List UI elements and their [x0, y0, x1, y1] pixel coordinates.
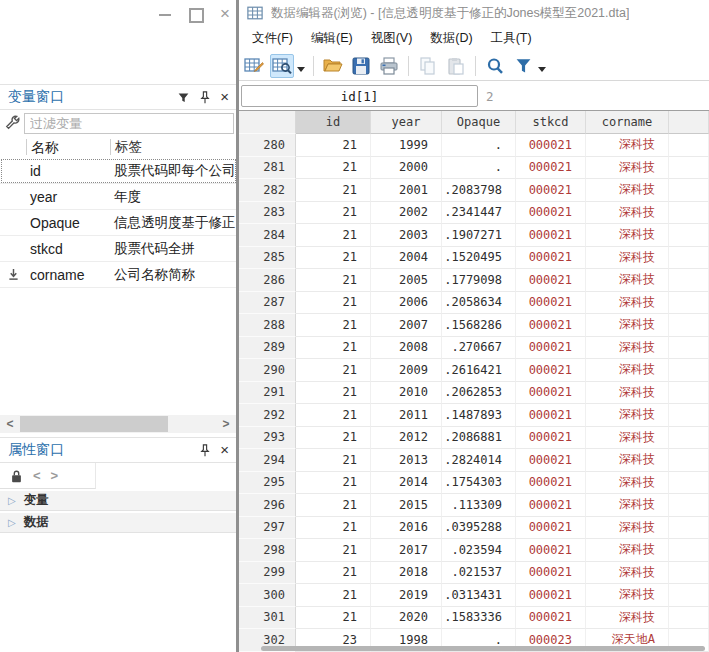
cell-corname[interactable]: 深科技 — [586, 179, 669, 202]
pin-icon[interactable] — [199, 444, 211, 457]
cell-id[interactable]: 21 — [296, 517, 371, 540]
cell-opaque[interactable]: .113309 — [442, 494, 516, 517]
cell-year[interactable]: 2006 — [371, 292, 442, 315]
cell-year[interactable]: 2010 — [371, 382, 442, 405]
column-header-year[interactable]: year — [371, 111, 442, 134]
properties-item-0[interactable]: ▷变量 — [0, 491, 237, 511]
cell-stkcd[interactable]: 000021 — [516, 404, 586, 427]
variable-row-stkcd[interactable]: stkcd股票代码全拼 — [0, 236, 237, 262]
cell-corname[interactable]: 深科技 — [586, 584, 669, 607]
cell-year[interactable]: 2009 — [371, 359, 442, 382]
cell-corname[interactable]: 深科技 — [586, 472, 669, 495]
cell-id[interactable]: 21 — [296, 224, 371, 247]
cell-year[interactable]: 2005 — [371, 269, 442, 292]
row-number[interactable]: 300 — [239, 584, 296, 607]
close-panel-icon[interactable]: × — [220, 443, 229, 457]
cell-corname[interactable]: 深科技 — [586, 449, 669, 472]
properties-item-1[interactable]: ▷数据 — [0, 513, 237, 533]
cell-stkcd[interactable]: 000021 — [516, 359, 586, 382]
cell-id[interactable]: 21 — [296, 427, 371, 450]
row-number[interactable]: 292 — [239, 404, 296, 427]
cell-corname[interactable]: 深科技 — [586, 337, 669, 360]
cell-stkcd[interactable]: 000021 — [516, 449, 586, 472]
lock-icon[interactable] — [10, 469, 23, 483]
cell-id[interactable]: 21 — [296, 472, 371, 495]
cell-stkcd[interactable]: 000021 — [516, 247, 586, 270]
cell-opaque[interactable]: .2616421 — [442, 359, 516, 382]
menu-view[interactable]: 视图(V) — [362, 26, 422, 51]
cell-stkcd[interactable]: 000021 — [516, 157, 586, 180]
cell-year[interactable]: 2013 — [371, 449, 442, 472]
find-icon[interactable] — [483, 54, 507, 78]
cell-id[interactable]: 21 — [296, 337, 371, 360]
cell-corname[interactable]: 深科技 — [586, 427, 669, 450]
cell-opaque[interactable]: .1520495 — [442, 247, 516, 270]
save-icon[interactable] — [349, 54, 373, 78]
cell-stkcd[interactable]: 000021 — [516, 517, 586, 540]
cell-id[interactable]: 21 — [296, 404, 371, 427]
cell-stkcd[interactable]: 000021 — [516, 134, 586, 157]
cell-opaque[interactable]: .1754303 — [442, 472, 516, 495]
expander-triangle-icon[interactable]: ▷ — [8, 517, 16, 528]
label-column-header[interactable]: 标签 — [110, 139, 237, 155]
close-icon[interactable]: × — [218, 7, 232, 21]
name-column-header[interactable]: 名称 — [26, 139, 110, 155]
cell-id[interactable]: 21 — [296, 382, 371, 405]
cell-id[interactable]: 21 — [296, 292, 371, 315]
cell-stkcd[interactable]: 000021 — [516, 584, 586, 607]
cell-year[interactable]: 2000 — [371, 157, 442, 180]
back-chevron-icon[interactable]: < — [33, 468, 41, 483]
cell-year[interactable]: 2011 — [371, 404, 442, 427]
cell-id[interactable]: 21 — [296, 584, 371, 607]
row-number[interactable]: 290 — [239, 359, 296, 382]
pin-icon[interactable] — [199, 91, 211, 104]
cell-year[interactable]: 2017 — [371, 539, 442, 562]
cell-year[interactable]: 2008 — [371, 337, 442, 360]
scrollbar-thumb[interactable] — [20, 416, 168, 432]
cell-id[interactable]: 21 — [296, 494, 371, 517]
print-icon[interactable] — [377, 54, 401, 78]
variable-filter-input[interactable] — [24, 113, 234, 134]
cell-corname[interactable]: 深科技 — [586, 517, 669, 540]
cell-opaque[interactable]: .1568286 — [442, 314, 516, 337]
cell-year[interactable]: 2003 — [371, 224, 442, 247]
cell-opaque[interactable]: . — [442, 134, 516, 157]
row-number[interactable]: 286 — [239, 269, 296, 292]
data-editor-edit-icon[interactable] — [242, 54, 266, 78]
column-header-id[interactable]: id — [296, 111, 371, 134]
expander-triangle-icon[interactable]: ▷ — [8, 495, 16, 506]
open-folder-icon[interactable] — [321, 54, 345, 78]
cell-opaque[interactable]: .1583336 — [442, 607, 516, 630]
cell-id[interactable]: 21 — [296, 607, 371, 630]
cell-year[interactable]: 2004 — [371, 247, 442, 270]
cell-stkcd[interactable]: 000021 — [516, 382, 586, 405]
scroll-right-icon[interactable]: > — [218, 417, 234, 431]
cell-stkcd[interactable]: 000021 — [516, 292, 586, 315]
row-number[interactable]: 298 — [239, 539, 296, 562]
row-number[interactable]: 299 — [239, 562, 296, 585]
grid-horizontal-scrollbar-thumb[interactable] — [261, 646, 705, 651]
cell-year[interactable]: 2016 — [371, 517, 442, 540]
cell-reference-box[interactable]: id[1] — [241, 85, 478, 107]
row-number[interactable]: 301 — [239, 607, 296, 630]
column-header-Opaque[interactable]: Opaque — [442, 111, 516, 134]
cell-stkcd[interactable]: 000021 — [516, 224, 586, 247]
row-number[interactable]: 281 — [239, 157, 296, 180]
cell-year[interactable]: 2020 — [371, 607, 442, 630]
cell-opaque[interactable]: .1487893 — [442, 404, 516, 427]
row-number[interactable]: 288 — [239, 314, 296, 337]
cell-year[interactable]: 2007 — [371, 314, 442, 337]
cell-corname[interactable]: 深科技 — [586, 539, 669, 562]
cell-id[interactable]: 21 — [296, 449, 371, 472]
cell-opaque[interactable]: .023594 — [442, 539, 516, 562]
cell-corname[interactable]: 深科技 — [586, 202, 669, 225]
cell-corname[interactable]: 深科技 — [586, 359, 669, 382]
row-number[interactable]: 296 — [239, 494, 296, 517]
cell-id[interactable]: 21 — [296, 314, 371, 337]
cell-opaque[interactable]: .2341447 — [442, 202, 516, 225]
cell-id[interactable]: 21 — [296, 157, 371, 180]
cell-corname[interactable]: 深科技 — [586, 247, 669, 270]
row-number[interactable]: 282 — [239, 179, 296, 202]
forward-chevron-icon[interactable]: > — [51, 468, 59, 483]
variable-row-id[interactable]: id股票代码即每个公司 — [0, 158, 237, 184]
